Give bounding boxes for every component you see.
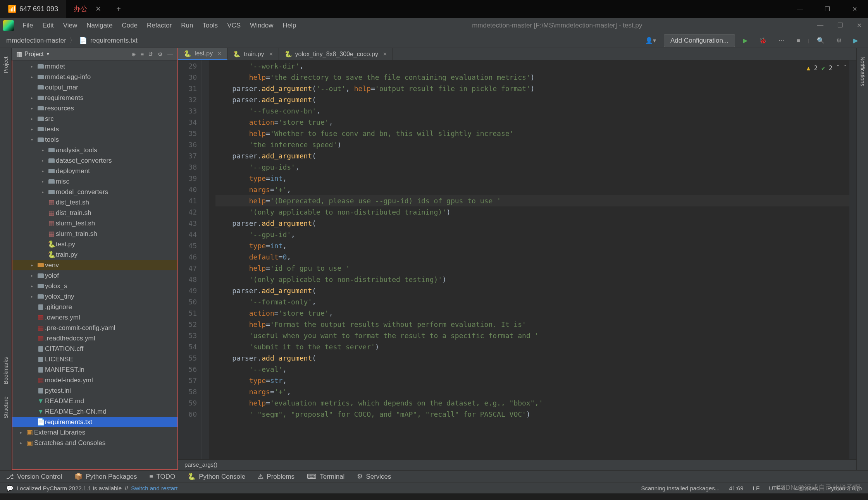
editor-tab[interactable]: 🐍test.py✕ xyxy=(178,48,227,60)
tree-arrow-icon[interactable] xyxy=(42,211,47,215)
new-os-tab[interactable]: + xyxy=(109,0,128,18)
tree-arrow-icon[interactable]: ▸ xyxy=(42,190,47,194)
fold-strip[interactable] xyxy=(202,60,209,459)
tree-arrow-icon[interactable] xyxy=(31,368,36,372)
tree-item[interactable]: ▸dataset_converters xyxy=(12,155,177,166)
tree-arrow-icon[interactable] xyxy=(42,232,47,236)
close-icon[interactable]: ✕ xyxy=(95,5,101,13)
tree-arrow-icon[interactable]: ▸ xyxy=(31,96,36,100)
tool-services[interactable]: ⚙Services xyxy=(357,473,391,481)
tree-arrow-icon[interactable] xyxy=(31,326,36,330)
os-maximize-button[interactable]: ❐ xyxy=(814,0,841,18)
tree-item[interactable]: MANIFEST.in xyxy=(12,364,177,375)
status-caret-pos[interactable]: 41:69 xyxy=(729,485,744,491)
run-button[interactable]: ▶ xyxy=(739,35,751,46)
menu-refactor[interactable]: Refactor xyxy=(143,20,176,31)
code-editor[interactable]: ▲2 ✔2 ˆ ˇ 293031323334353637383940414243… xyxy=(178,60,856,459)
tree-item[interactable]: ▸tests xyxy=(12,124,177,134)
run-anything-icon[interactable]: ▶ xyxy=(849,35,862,46)
tree-item[interactable]: ▦.pre-commit-config.yaml xyxy=(12,323,177,333)
os-tab-office[interactable]: 办公 ✕ xyxy=(66,0,109,18)
tree-item[interactable]: ▼README_zh-CN.md xyxy=(12,406,177,417)
os-minimize-button[interactable]: — xyxy=(787,0,814,18)
tree-arrow-icon[interactable] xyxy=(31,347,36,351)
left-tab-project[interactable]: Project xyxy=(1,52,10,78)
tree-arrow-icon[interactable]: ▸ xyxy=(31,294,36,299)
line-gutter[interactable]: 2930313233343536373839404142434445464748… xyxy=(178,60,202,459)
tree-item[interactable]: ▦slurm_train.sh xyxy=(12,229,177,239)
tree-item[interactable]: .gitignore xyxy=(12,302,177,312)
tree-arrow-icon[interactable] xyxy=(42,253,47,257)
tool-version-control[interactable]: ⎇Version Control xyxy=(6,473,62,481)
chevron-down-icon[interactable]: ˇ xyxy=(844,63,847,74)
tree-item[interactable]: ▸mmdet xyxy=(12,61,177,72)
tree-item[interactable]: ▦model-index.yml xyxy=(12,375,177,385)
tree-item[interactable]: ▦dist_train.sh xyxy=(12,208,177,218)
tree-arrow-icon[interactable] xyxy=(31,388,36,393)
tree-arrow-icon[interactable]: ▾ xyxy=(31,137,36,142)
tree-item[interactable]: ▦.readthedocs.yml xyxy=(12,333,177,344)
ide-maximize-button[interactable]: ❐ xyxy=(834,20,846,31)
menu-code[interactable]: Code xyxy=(118,20,141,31)
os-tab-main[interactable]: 📶 647 691 093 xyxy=(0,0,66,18)
tool-terminal[interactable]: ⌨Terminal xyxy=(307,473,344,481)
tree-arrow-icon[interactable] xyxy=(31,315,36,320)
menu-window[interactable]: Window xyxy=(246,20,277,31)
os-close-button[interactable]: ✕ xyxy=(841,0,868,18)
debug-button[interactable]: 🐞 xyxy=(755,35,771,46)
tree-arrow-icon[interactable]: ▸ xyxy=(31,117,36,121)
tree-item[interactable]: CITATION.cff xyxy=(12,344,177,354)
code-content[interactable]: '--work-dir', help='the directory to sav… xyxy=(209,60,849,459)
tree-item[interactable]: ▦dist_test.sh xyxy=(12,197,177,208)
inspection-widget[interactable]: ▲2 ✔2 ˆ ˇ xyxy=(807,63,847,74)
tree-item[interactable]: LICENSE xyxy=(12,354,177,364)
tree-arrow-icon[interactable] xyxy=(42,221,47,225)
tree-item[interactable]: ▸resources xyxy=(12,103,177,113)
tree-arrow-icon[interactable] xyxy=(31,357,36,361)
tree-item[interactable]: ▸▣External Libraries xyxy=(12,427,177,438)
tree-item[interactable]: pytest.ini xyxy=(12,385,177,396)
tree-item[interactable]: output_mar xyxy=(12,82,177,93)
tree-item[interactable]: ▸deployment xyxy=(12,166,177,176)
tree-item[interactable]: ▸yolox_tiny xyxy=(12,291,177,302)
breadcrumb-root[interactable]: mmdetection-master xyxy=(6,37,66,45)
user-icon[interactable]: 👤▾ xyxy=(641,35,660,46)
gear-icon[interactable]: ⚙ xyxy=(158,51,163,57)
menu-navigate[interactable]: Navigate xyxy=(83,20,116,31)
tree-arrow-icon[interactable] xyxy=(42,242,47,246)
menu-edit[interactable]: Edit xyxy=(38,20,57,31)
tree-arrow-icon[interactable] xyxy=(31,336,36,340)
menu-run[interactable]: Run xyxy=(177,20,197,31)
code-breadcrumb[interactable]: parse_args() xyxy=(178,459,856,470)
more-run-icon[interactable]: ⋯ xyxy=(775,35,789,46)
tree-arrow-icon[interactable] xyxy=(31,399,36,403)
settings-icon[interactable]: ⚙ xyxy=(832,35,846,46)
target-icon[interactable]: ⊕ xyxy=(131,51,136,57)
tree-arrow-icon[interactable] xyxy=(31,378,36,382)
menu-help[interactable]: Help xyxy=(279,20,300,31)
breadcrumb-file[interactable]: requirements.txt xyxy=(90,37,138,45)
tree-arrow-icon[interactable] xyxy=(31,420,36,424)
tree-item[interactable]: ▸venv xyxy=(12,260,177,270)
expand-icon[interactable]: ⇵ xyxy=(148,51,153,57)
tree-item[interactable]: ▸src xyxy=(12,113,177,124)
status-link[interactable]: Switch and restart xyxy=(131,485,177,491)
tool-todo[interactable]: ≡TODO xyxy=(150,473,176,481)
tree-arrow-icon[interactable] xyxy=(31,305,36,309)
tree-arrow-icon[interactable] xyxy=(31,409,36,414)
tree-item[interactable]: ▦.owners.yml xyxy=(12,312,177,323)
tool-python-console[interactable]: 🐍Python Console xyxy=(188,473,245,481)
tree-item[interactable]: ▦slurm_test.sh xyxy=(12,218,177,229)
menu-view[interactable]: View xyxy=(59,20,81,31)
tree-item[interactable]: ▸yolof xyxy=(12,270,177,281)
left-tab-bookmarks[interactable]: Bookmarks xyxy=(1,352,10,389)
editor-tab[interactable]: 🐍train.py✕ xyxy=(227,48,279,60)
tree-arrow-icon[interactable]: ▸ xyxy=(31,284,36,288)
tool-problems[interactable]: ⚠Problems xyxy=(258,473,294,481)
tree-arrow-icon[interactable]: ▸ xyxy=(42,179,47,184)
tree-item[interactable]: ▸misc xyxy=(12,176,177,187)
tree-item[interactable]: ▼README.md xyxy=(12,396,177,406)
tree-arrow-icon[interactable]: ▸ xyxy=(31,106,36,110)
left-tab-structure[interactable]: Structure xyxy=(1,392,10,423)
menu-vcs[interactable]: VCS xyxy=(223,20,245,31)
